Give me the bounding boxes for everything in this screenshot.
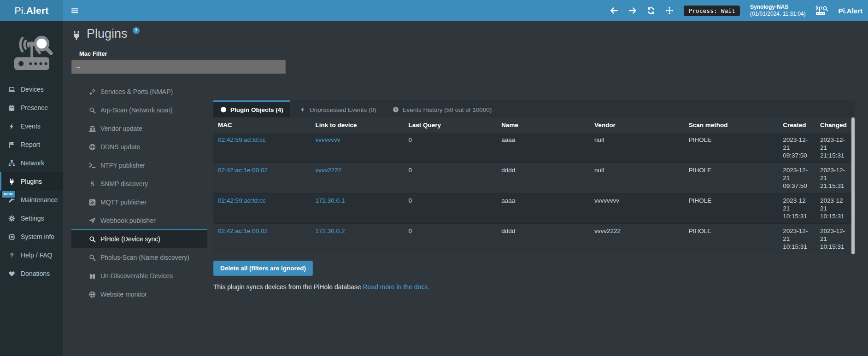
name-cell: aaaa [497,193,590,224]
bolt-icon [7,123,16,130]
tab-events-history-50-out-of-10000[interactable]: Events History (50 out of 10000) [386,100,499,117]
column-header-created[interactable]: Created [778,117,815,133]
scan-method-cell: PIHOLE [684,193,779,224]
plugin-item-un-discoverable-devices[interactable]: Un-Discoverable Devices [71,266,207,285]
host-info: Synology-NAS (01/01/2024, 11:31:04) [750,4,806,18]
column-header-changed[interactable]: Changed [815,117,855,133]
created-cell: 2023-12-21 09:37:50 [778,163,815,193]
tab-unprocessed-events-0[interactable]: Unprocessed Events (0) [293,100,383,117]
plugin-item-label: Un-Discoverable Devices [100,272,173,280]
sidebar-item-plugins[interactable]: Plugins [0,172,63,191]
plugin-item-vendor-update[interactable]: Vendor update [71,119,207,137]
sidebar-item-label: Network [21,159,44,167]
sidebar-item-donations[interactable]: Donations [0,264,63,283]
tab-plugin-objects-4[interactable]: Plugin Objects (4) [213,100,290,117]
plug-icon [71,29,82,44]
plugin-item-arp-scan-network-scan[interactable]: Arp-Scan (Network scan) [71,100,207,119]
search-icon [88,236,96,243]
bolt-icon [299,106,306,113]
plugin-item-snmp-discovery[interactable]: SSNMP discovery [71,174,207,193]
delete-all-button[interactable]: Delete all (filters are ignored) [213,261,313,276]
help-badge[interactable]: ? [133,27,140,34]
search-icon [88,107,96,114]
column-header-link-to-device[interactable]: Link to device [311,117,404,133]
mac-filter-label: Mac Filter [79,50,855,57]
column-header-last-query[interactable]: Last Query [404,117,497,133]
sidebar-item-events[interactable]: Events [0,117,63,135]
hamburger-menu-icon[interactable] [63,0,87,21]
calendar-icon [7,105,16,111]
vendor-cell: vvvvvvvv [590,193,684,224]
brand-logo[interactable]: Pi.Alert [0,0,63,21]
column-header-vendor[interactable]: Vendor [590,117,684,133]
mac-link[interactable]: 02:42:59:ad:fd:cc [218,136,266,143]
tab-label: Unprocessed Events (0) [310,106,376,113]
changed-cell: 2023-12-21 10:15:31 [815,224,855,254]
tab-label: Plugin Objects (4) [230,106,283,113]
sidebar-item-label: System info [21,233,54,240]
host-time: (01/01/2024, 11:31:04) [750,11,806,17]
vendor-cell: null [590,133,684,163]
plugin-item-label: PiHole (Device sync) [100,235,160,243]
table-scrollbar[interactable] [851,117,855,254]
plug-icon [7,178,16,185]
sidebar-item-label: Devices [21,86,44,93]
column-header-name[interactable]: Name [497,117,590,133]
app-label: Pi.Alert [838,7,862,15]
sidebar-item-help-faq[interactable]: ?Help / FAQ [0,246,63,264]
plugin-item-webhook-publisher[interactable]: Webhook publisher [71,211,207,229]
plugin-item-pihole-device-sync[interactable]: PiHole (Device sync) [71,229,207,248]
device-link[interactable]: 172.30.0.2 [316,228,345,234]
read-docs-link[interactable]: Read more in the docs. [363,283,430,291]
svg-text:S: S [90,181,94,187]
mac-link[interactable]: 02:42:59:ad:fd:cc [218,197,266,204]
plugin-item-label: MQTT publisher [100,198,147,206]
column-header-mac[interactable]: MAC [213,117,311,133]
refresh-icon[interactable] [647,6,655,15]
sidebar-item-presence[interactable]: Presence [0,99,63,117]
mac-link-cell: 02:42:59:ad:fd:cc [213,133,311,163]
arrow-left-icon[interactable] [610,6,618,15]
mac-link[interactable]: 02:42:ac:1e:00:02 [218,228,268,234]
main-content: Plugins ? Mac Filter Services & Ports (N… [63,21,868,356]
changed-cell: 2023-12-21 21:15:31 [815,133,855,163]
column-header-scan-method[interactable]: Scan method [684,117,779,133]
plugin-item-ntfy-publisher[interactable]: NTFY publisher [71,156,207,174]
topbar-right: Process: Wait Synology-NAS (01/01/2024, … [610,0,868,21]
question-icon: ? [7,252,16,259]
created-cell: 2023-12-21 10:15:31 [778,193,815,224]
scan-method-cell: PIHOLE [684,224,779,254]
device-link[interactable]: 172.30.0.1 [316,197,345,204]
sidebar-item-report[interactable]: Report [0,135,63,154]
arrow-right-icon[interactable] [628,6,637,15]
last-query-cell: 0 [404,193,497,224]
mac-link[interactable]: 02:42:ac:1e:00:02 [218,167,268,174]
created-cell: 2023-12-21 10:15:31 [778,224,815,254]
plugin-item-label: NTFY publisher [100,162,145,169]
process-status-badge: Process: Wait [684,6,740,16]
laptop-icon [7,86,16,93]
plugin-description: This plugin syncs devices from the PiHol… [213,283,855,291]
sidebar-item-network[interactable]: Network [0,154,63,172]
plugin-objects-table-wrap: MACLink to deviceLast QueryNameVendorSca… [213,117,855,254]
plugin-item-ddns-update[interactable]: DDNS update [71,137,207,156]
rss-icon [88,199,96,206]
plugin-item-label: Vendor update [100,125,142,132]
table-row: 02:42:59:ad:fd:cc172.30.0.10aaaavvvvvvvv… [213,193,855,224]
sidebar-item-label: Events [21,123,41,130]
plugin-item-label: SNMP discovery [100,180,148,187]
device-link[interactable]: vvvv2222 [316,167,342,174]
name-cell: dddd [497,163,590,193]
sidebar-item-system-info[interactable]: System info [0,228,63,246]
sidebar-item-devices[interactable]: Devices [0,80,63,99]
plugin-item-mqtt-publisher[interactable]: MQTT publisher [71,193,207,211]
plugin-item-website-monitor[interactable]: Website monitor [71,285,207,303]
mac-filter-input[interactable] [71,60,286,74]
table-header-row: MACLink to deviceLast QueryNameVendorSca… [213,117,855,133]
move-icon[interactable] [665,6,674,15]
plugin-item-pholus-scan-name-discovery[interactable]: Pholus-Scan (Name discovery) [71,248,207,266]
plugin-item-services-ports-nmap[interactable]: Services & Ports (NMAP) [71,82,207,100]
table-row: 02:42:59:ad:fd:ccvvvvvvvv0aaaanullPIHOLE… [213,133,855,163]
sidebar-item-settings[interactable]: Settings [0,209,63,228]
device-link[interactable]: vvvvvvvv [316,136,340,143]
